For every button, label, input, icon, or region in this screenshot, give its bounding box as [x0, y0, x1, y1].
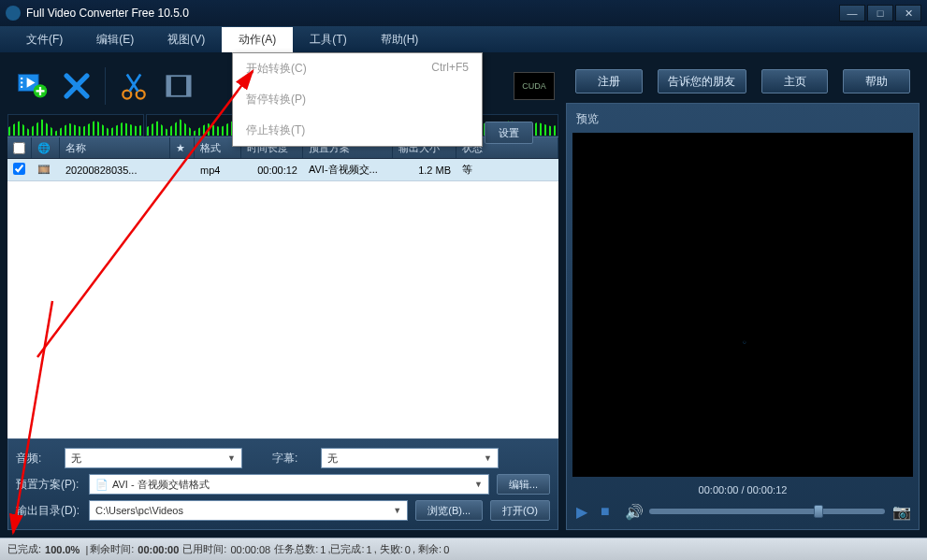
row-status: 等 — [456, 163, 558, 177]
menu-edit[interactable]: 编辑(E) — [80, 27, 151, 52]
status-remain-label: 剩余时间: — [90, 542, 134, 556]
menu-file[interactable]: 文件(F) — [9, 27, 80, 52]
dropdown-start-convert[interactable]: 开始转换(C) Ctrl+F5 — [233, 53, 482, 84]
outdir-label: 输出目录(D): — [16, 503, 81, 519]
status-ok-label: ,已完成: — [327, 542, 364, 556]
row-checkbox[interactable] — [13, 163, 25, 175]
col-name[interactable]: 名称 — [60, 137, 170, 158]
trim-button[interactable] — [113, 65, 154, 107]
app-logo-icon — [6, 6, 21, 21]
row-duration: 00:00:12 — [241, 165, 303, 176]
dropdown-stop-convert[interactable]: 停止转换(T) — [233, 115, 482, 146]
register-button[interactable]: 注册 — [575, 69, 643, 93]
dropdown-label: 暂停转换(P) — [246, 92, 306, 108]
status-bar: 已完成: 100.0% | 剩余时间: 00:00:00 已用时间: 00:00… — [0, 538, 927, 560]
title-bar: Full Video Converter Free 10.5.0 — □ ✕ — [0, 0, 927, 26]
preset-label: 预置方案(P): — [16, 477, 81, 493]
row-name: 20200828035... — [60, 165, 170, 176]
preview-panel: 预览 00:00:00 / 00:00:12 ▶ ■ 🔊 📷 — [566, 103, 920, 530]
action-dropdown: 开始转换(C) Ctrl+F5 暂停转换(P) 停止转换(T) — [232, 52, 483, 147]
menu-tools[interactable]: 工具(T) — [293, 27, 363, 52]
menu-action[interactable]: 动作(A) — [222, 27, 293, 52]
row-preset: AVI-音视频交... — [303, 163, 393, 177]
status-remain: 00:00:00 — [138, 544, 179, 555]
window-title: Full Video Converter Free 10.5.0 — [26, 7, 839, 20]
svg-point-1 — [21, 78, 22, 79]
effects-button[interactable] — [158, 65, 199, 107]
preview-title: 预览 — [572, 109, 913, 133]
status-done-label: 已完成: — [7, 542, 41, 556]
svg-point-3 — [21, 86, 22, 88]
status-used-label: 已用时间: — [182, 542, 226, 556]
preview-time: 00:00:00 / 00:00:12 — [572, 477, 913, 499]
audio-select[interactable]: 无 — [65, 448, 242, 468]
options-panel: 音频: 无 字幕: 无 预置方案(P): 📄 AVI - 音视频交错格式 编辑.… — [7, 438, 558, 530]
dropdown-shortcut: Ctrl+F5 — [431, 61, 469, 77]
status-left-label: , 剩余: — [413, 542, 442, 556]
status-ok: 1 — [367, 544, 372, 555]
status-fail: 0 — [405, 544, 411, 555]
tell-friends-button[interactable]: 告诉您的朋友 — [658, 69, 746, 93]
svg-point-6 — [123, 91, 131, 99]
maximize-button[interactable]: □ — [867, 5, 893, 22]
outdir-input[interactable]: C:\Users\pc\Videos — [89, 500, 408, 521]
preview-video[interactable] — [572, 133, 913, 477]
row-filetype-icon: 🎞️ — [32, 164, 60, 176]
menu-help[interactable]: 帮助(H) — [364, 27, 436, 52]
menu-bar: 文件(F) 编辑(E) 视图(V) 动作(A) 工具(T) 帮助(H) — [0, 26, 927, 52]
cuda-badge: CUDA — [514, 72, 555, 100]
svg-rect-10 — [186, 76, 191, 96]
col-globe-icon[interactable]: 🌐 — [32, 137, 60, 158]
row-size: 1.2 MB — [393, 165, 456, 176]
dropdown-pause-convert[interactable]: 暂停转换(P) — [233, 84, 482, 115]
close-button[interactable]: ✕ — [895, 5, 921, 22]
action-buttons: 注册 告诉您的朋友 主页 帮助 — [566, 60, 920, 103]
subtitle-label: 字幕: — [272, 451, 313, 467]
status-tasks: 1 — [320, 544, 326, 555]
dropdown-label: 开始转换(C) — [246, 61, 307, 77]
browse-button[interactable]: 浏览(B)... — [415, 500, 483, 521]
file-list: 🎞️ 20200828035... mp4 00:00:12 AVI-音视频交.… — [7, 159, 558, 438]
play-icon[interactable]: ▶ — [576, 503, 593, 520]
menu-view[interactable]: 视图(V) — [151, 27, 222, 52]
stop-icon[interactable]: ■ — [601, 503, 617, 520]
status-tasks-label: 任务总数: — [274, 542, 318, 556]
audio-label: 音频: — [16, 451, 57, 467]
add-file-button[interactable] — [11, 65, 52, 107]
col-star[interactable]: ★ — [170, 137, 195, 158]
snapshot-icon[interactable]: 📷 — [892, 503, 909, 520]
remove-button[interactable] — [56, 65, 97, 107]
svg-point-7 — [137, 91, 145, 99]
dropdown-label: 停止转换(T) — [246, 122, 305, 138]
edit-preset-button[interactable]: 编辑... — [497, 474, 550, 495]
svg-point-2 — [21, 81, 22, 83]
status-left: 0 — [443, 544, 449, 555]
select-all-checkbox[interactable] — [13, 142, 25, 154]
subtitle-select[interactable]: 无 — [321, 448, 499, 468]
help-button[interactable]: 帮助 — [843, 69, 910, 93]
homepage-button[interactable]: 主页 — [761, 69, 829, 93]
status-done-pct: 100.0% — [45, 544, 80, 555]
seek-slider[interactable] — [649, 509, 885, 514]
open-folder-button[interactable]: 打开(O) — [490, 500, 550, 521]
svg-rect-9 — [167, 76, 171, 96]
row-format: mp4 — [195, 165, 241, 176]
status-fail-label: , 失败: — [374, 542, 403, 556]
status-used: 00:00:08 — [230, 544, 270, 555]
minimize-button[interactable]: — — [839, 5, 865, 22]
table-row[interactable]: 🎞️ 20200828035... mp4 00:00:12 AVI-音视频交.… — [7, 159, 558, 181]
preset-select[interactable]: 📄 AVI - 音视频交错格式 — [89, 474, 489, 495]
volume-icon[interactable]: 🔊 — [625, 503, 642, 520]
settings-button[interactable]: 设置 — [485, 122, 533, 144]
